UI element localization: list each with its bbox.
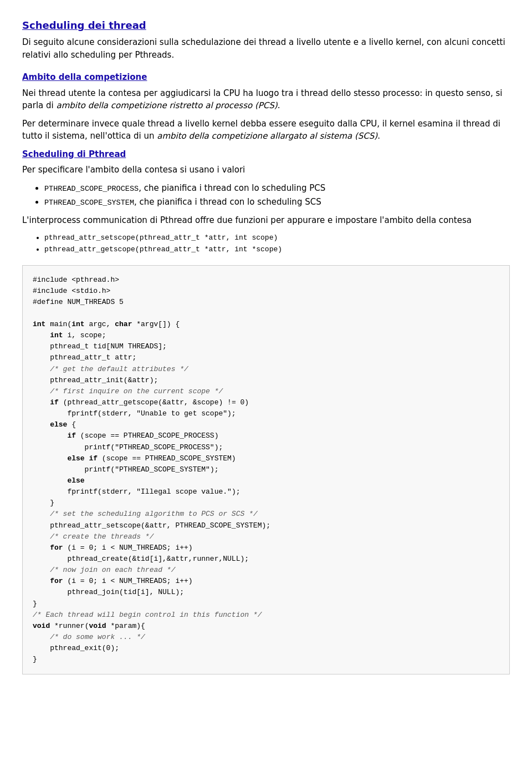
code-string-2: "PTHREAD_SCOPE_PROCESS" (115, 443, 214, 452)
code-keyword-else2: else (67, 476, 84, 485)
code-keyword-elseif: else if (67, 454, 98, 463)
section2-intro: Per specificare l'ambito della contesa s… (22, 164, 510, 176)
section1-title: Ambito della competizione (22, 71, 510, 84)
code-comment-5: /* now join on each thread */ (50, 566, 175, 574)
code-keyword-if2: if (67, 432, 76, 440)
bullet1-text: , che pianifica i thread con lo scheduli… (139, 183, 325, 193)
bullet-item-2: PTHREAD_SCOPE_SYSTEM, che pianifica i th… (44, 196, 510, 209)
code-block: #include <pthread.h> #include <stdio.h> … (22, 265, 510, 675)
code-keyword-if: if (50, 398, 59, 407)
intro-paragraph: Di seguito alcune considerazioni sulla s… (22, 36, 510, 61)
bullet1-scope: PTHREAD_SCOPE_PROCESS (44, 185, 139, 193)
ipc-text: L'interprocess communication di Pthread … (22, 214, 510, 227)
code-comment-6: /* Each thread will begin control in thi… (33, 611, 262, 619)
code-string-4: "Illegal scope value." (136, 488, 232, 496)
code-line-1: #include <pthread.h> #include <stdio.h> … (33, 276, 124, 306)
section1-italic2: ambito della competizione allargato al s… (157, 131, 377, 141)
section2-title: Scheduling di Pthread (22, 148, 510, 161)
code-comment-3: /* set the scheduling algorithm to PCS o… (50, 510, 257, 518)
code-string-3: "PTHREAD_SCOPE_SYSTEM" (115, 465, 210, 474)
bullet2-scope: PTHREAD_SCOPE_SYSTEM (44, 199, 134, 207)
code-keyword-int3: int (50, 331, 63, 339)
section1-paragraph1: Nei thread utente la contesa per aggiudi… (22, 87, 510, 112)
section1-paragraph2: Per determinare invece quale thread a li… (22, 118, 510, 143)
code-keyword-int: int (33, 320, 45, 328)
code-keyword-else: else (50, 420, 67, 429)
code-keyword-for2: for (50, 577, 63, 585)
func-bullets: pthread_attr_setscope(pthread_attr_t *at… (44, 232, 510, 255)
code-keyword-int2: int (71, 320, 84, 328)
code-string-1: "Unable to get scope" (136, 409, 227, 418)
bullet2-text: , che pianifica i thread con lo scheduli… (134, 197, 321, 207)
code-keyword-for1: for (50, 544, 63, 552)
page-title: Scheduling dei thread (22, 18, 510, 33)
code-keyword-void2: void (89, 622, 106, 630)
section1-text1-end: . (278, 100, 280, 110)
section1-italic1: ambito della competizione ristretto al p… (56, 100, 277, 110)
bullet-item-1: PTHREAD_SCOPE_PROCESS, che pianifica i t… (44, 182, 510, 195)
code-comment-7: /* do some work ... */ (50, 633, 145, 641)
func-bullet-1: pthread_attr_setscope(pthread_attr_t *at… (44, 232, 510, 244)
section1-text2-end: . (377, 131, 380, 141)
code-keyword-char: char (115, 320, 132, 328)
code-comment-1: /* get the default attributes */ (50, 365, 188, 373)
scope-bullets: PTHREAD_SCOPE_PROCESS, che pianifica i t… (44, 182, 510, 209)
func-bullet-2: pthread_attr_getscope(pthread_attr_t *at… (44, 244, 510, 255)
code-keyword-void: void (33, 622, 50, 630)
code-comment-4: /* create the threads */ (50, 532, 154, 541)
code-comment-2: /* first inquire on the current scope */ (50, 387, 223, 395)
